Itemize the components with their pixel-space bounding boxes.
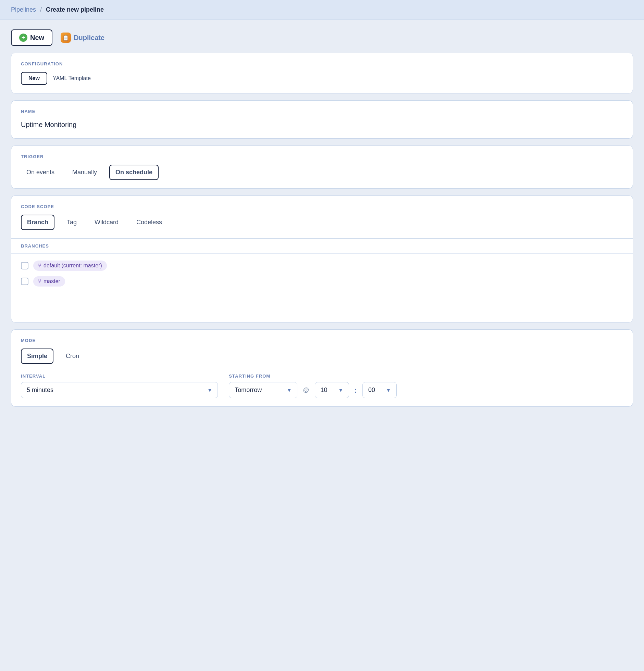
branch-icon-default: ⑂ <box>38 263 41 269</box>
scope-wildcard[interactable]: Wildcard <box>89 215 124 229</box>
trigger-on-schedule[interactable]: On schedule <box>109 165 159 180</box>
interval-value: 5 minutes <box>27 387 53 394</box>
name-label: NAME <box>21 109 623 114</box>
config-option-yaml[interactable]: YAML Template <box>53 73 91 84</box>
scope-branch[interactable]: Branch <box>21 215 54 230</box>
hour-select[interactable]: 10 ▼ <box>315 382 349 398</box>
breadcrumb-separator: / <box>40 6 42 13</box>
header-bar: Pipelines / Create new pipeline <box>0 0 644 20</box>
branch-name-default: default (current: master) <box>44 263 102 269</box>
interval-arrow-icon: ▼ <box>207 388 212 393</box>
scope-codeless[interactable]: Codeless <box>131 215 168 229</box>
configuration-label: CONFIGURATION <box>21 61 623 66</box>
mode-simple[interactable]: Simple <box>21 349 53 364</box>
trigger-manually[interactable]: Manually <box>67 165 102 179</box>
code-scope-options: Branch Tag Wildcard Codeless <box>21 215 623 230</box>
trigger-label: TRIGGER <box>21 154 623 159</box>
configuration-options: New YAML Template <box>21 72 623 85</box>
new-button[interactable]: + New <box>11 29 52 46</box>
mode-label: MODE <box>21 338 623 343</box>
code-scope-section: CODE SCOPE Branch Tag Wildcard Codeless <box>11 195 633 238</box>
branches-label: BRANCHES <box>21 243 623 249</box>
breadcrumb-pipelines-link[interactable]: Pipelines <box>11 6 36 13</box>
starting-from-value: Tomorrow <box>235 387 262 394</box>
duplicate-button[interactable]: 📋 Duplicate <box>61 33 104 43</box>
trigger-section: TRIGGER On events Manually On schedule <box>11 145 633 189</box>
starting-from-row: Tomorrow ▼ @ 10 ▼ : 00 ▼ <box>229 382 623 398</box>
branches-list: ⑂ default (current: master) ⑂ master <box>11 254 633 322</box>
interval-select[interactable]: 5 minutes ▼ <box>21 382 218 398</box>
at-symbol: @ <box>303 387 309 394</box>
hour-arrow-icon: ▼ <box>338 388 343 393</box>
breadcrumb-current: Create new pipeline <box>46 6 104 13</box>
starting-from-group: STARTING FROM Tomorrow ▼ @ 10 ▼ : 00 ▼ <box>229 374 623 398</box>
configuration-section: CONFIGURATION New YAML Template <box>11 53 633 93</box>
branch-item-master: ⑂ master <box>21 276 623 287</box>
branch-tag-default: ⑂ default (current: master) <box>33 261 107 271</box>
name-value[interactable]: Uptime Monitoring <box>21 119 623 130</box>
plus-icon: + <box>19 34 27 42</box>
starting-from-arrow-icon: ▼ <box>287 388 292 393</box>
config-option-new[interactable]: New <box>21 72 47 85</box>
trigger-on-events[interactable]: On events <box>21 165 60 179</box>
starting-from-select[interactable]: Tomorrow ▼ <box>229 382 297 398</box>
code-scope-wrapper: CODE SCOPE Branch Tag Wildcard Codeless … <box>11 195 633 322</box>
main-content: CONFIGURATION New YAML Template NAME Upt… <box>0 53 644 420</box>
duplicate-button-label: Duplicate <box>74 34 104 42</box>
minute-arrow-icon: ▼ <box>386 388 391 393</box>
branch-checkbox-default[interactable] <box>21 262 28 269</box>
branches-section: BRANCHES ⑂ default (current: master) ⑂ m… <box>11 238 633 322</box>
trigger-options: On events Manually On schedule <box>21 165 623 180</box>
mode-cron[interactable]: Cron <box>60 349 85 363</box>
branch-checkbox-master[interactable] <box>21 278 28 285</box>
scope-tag[interactable]: Tag <box>61 215 82 229</box>
minute-value: 00 <box>368 387 375 394</box>
hour-value: 10 <box>321 387 327 394</box>
minute-select[interactable]: 00 ▼ <box>362 382 397 398</box>
duplicate-icon: 📋 <box>61 33 71 43</box>
branch-icon-master: ⑂ <box>38 278 41 284</box>
branch-name-master: master <box>44 278 60 284</box>
top-actions: + New 📋 Duplicate <box>0 20 644 53</box>
branches-header: BRANCHES <box>11 239 633 254</box>
code-scope-label: CODE SCOPE <box>21 204 623 209</box>
mode-section: MODE Simple Cron INTERVAL 5 minutes ▼ ST… <box>11 329 633 407</box>
name-section: NAME Uptime Monitoring <box>11 100 633 139</box>
mode-options: Simple Cron <box>21 349 623 364</box>
starting-from-label: STARTING FROM <box>229 374 623 379</box>
new-button-label: New <box>30 34 44 42</box>
branch-tag-master: ⑂ master <box>33 276 65 287</box>
interval-group: INTERVAL 5 minutes ▼ <box>21 374 218 398</box>
interval-row: INTERVAL 5 minutes ▼ STARTING FROM Tomor… <box>21 374 623 398</box>
interval-label: INTERVAL <box>21 374 218 379</box>
branch-item-default: ⑂ default (current: master) <box>21 261 623 271</box>
colon-separator: : <box>355 386 357 395</box>
